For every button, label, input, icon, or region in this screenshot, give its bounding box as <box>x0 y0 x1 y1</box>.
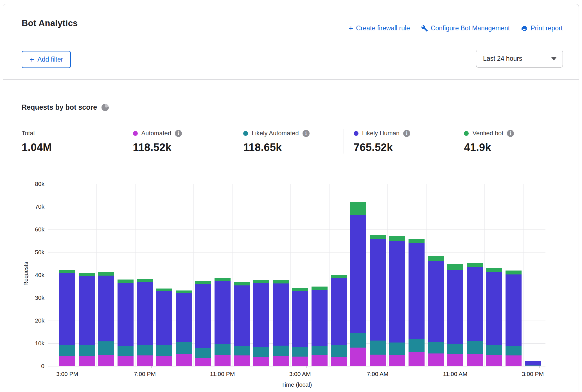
bar-10-1-00-am[interactable] <box>253 280 269 366</box>
bar-11-2-00-am[interactable] <box>273 280 289 366</box>
bar-20-11-00-am[interactable] <box>447 264 463 366</box>
segment-verified-bot <box>312 287 328 290</box>
segment-verified-bot <box>253 280 269 283</box>
segment-likely-human <box>137 282 153 345</box>
stats-row: Total 1.04M Automatedi118.52kLikely Auto… <box>22 129 564 154</box>
bar-3-6-00-pm[interactable] <box>118 280 134 366</box>
bar-9-12-00-am[interactable] <box>234 282 250 366</box>
stat-likely-automated: Likely Automatedi118.65k <box>233 129 344 154</box>
bar-23-2-00-pm[interactable] <box>506 271 522 366</box>
segment-verified-bot <box>506 271 522 275</box>
segment-likely-automated <box>428 342 444 353</box>
bar-17-8-00-am[interactable] <box>389 236 405 366</box>
info-icon[interactable]: i <box>403 130 410 137</box>
segment-verified-bot <box>292 288 308 291</box>
segment-automated <box>137 355 153 366</box>
segment-likely-automated <box>447 344 463 354</box>
segment-likely-automated <box>506 346 522 355</box>
segment-likely-human <box>118 283 134 346</box>
segment-likely-automated <box>486 345 502 355</box>
bar-18-9-00-am[interactable] <box>409 239 425 366</box>
bar-15-6-00-am[interactable] <box>350 202 366 366</box>
bar-14-5-00-am[interactable] <box>331 275 347 366</box>
segment-automated <box>234 355 250 366</box>
bar-0-3-00-pm[interactable] <box>59 270 75 366</box>
segment-verified-bot <box>156 289 172 292</box>
segment-likely-human <box>506 274 522 346</box>
info-icon[interactable]: i <box>507 130 514 137</box>
segment-likely-automated <box>79 345 95 356</box>
stat-total: Total 1.04M <box>22 129 123 154</box>
segment-automated <box>79 356 95 366</box>
segment-likely-human <box>467 267 483 341</box>
segment-likely-automated <box>234 346 250 356</box>
segment-likely-automated <box>176 342 192 354</box>
segment-likely-human <box>215 281 231 344</box>
segment-verified-bot <box>525 361 541 361</box>
segment-automated <box>350 348 366 366</box>
bar-21-12-00-pm[interactable] <box>467 263 483 366</box>
bar-5-8-00-pm[interactable] <box>156 289 172 366</box>
stat-automated-value: 118.52k <box>133 141 228 154</box>
segment-likely-human <box>273 283 289 346</box>
segment-likely-automated <box>409 339 425 352</box>
info-icon[interactable]: i <box>303 130 310 137</box>
segment-verified-bot <box>79 273 95 276</box>
segment-likely-automated <box>331 345 347 357</box>
bar-19-10-00-am[interactable] <box>428 256 444 366</box>
segment-likely-human <box>350 215 366 333</box>
segment-likely-human <box>447 270 463 344</box>
segment-automated <box>525 366 541 366</box>
time-range-select[interactable]: Last 24 hours <box>476 50 563 67</box>
segment-verified-bot <box>273 280 289 283</box>
create-firewall-rule-label: Create firewall rule <box>356 24 410 32</box>
bar-13-4-00-am[interactable] <box>312 287 328 366</box>
printer-icon <box>521 25 528 32</box>
segment-automated <box>118 356 134 366</box>
segment-automated <box>195 358 211 366</box>
stat-total-value: 1.04M <box>22 141 117 154</box>
info-icon[interactable]: i <box>175 130 182 137</box>
print-report-link[interactable]: Print report <box>521 24 563 32</box>
configure-bot-management-label: Configure Bot Management <box>431 24 510 32</box>
print-report-label: Print report <box>531 24 563 32</box>
bar-22-1-00-pm[interactable] <box>486 268 502 366</box>
segment-verified-bot <box>350 202 366 215</box>
bar-12-3-00-am[interactable] <box>292 288 308 366</box>
stat-likely-human: Likely Humani765.52k <box>344 129 454 154</box>
segment-likely-human <box>156 291 172 345</box>
configure-bot-management-link[interactable]: Configure Bot Management <box>421 24 510 32</box>
bar-4-7-00-pm[interactable] <box>137 279 153 366</box>
segment-likely-automated <box>525 365 541 365</box>
segment-verified-bot <box>98 272 114 276</box>
segment-likely-human <box>79 276 95 345</box>
segment-automated <box>176 354 192 366</box>
add-filter-button[interactable]: + Add filter <box>22 51 71 68</box>
verified-bot-legend-dot-icon <box>464 131 469 136</box>
bar-24-3-00-pm[interactable] <box>525 361 541 366</box>
segment-automated <box>447 354 463 366</box>
bar-2-5-00-pm[interactable] <box>98 272 114 366</box>
bar-6-9-00-pm[interactable] <box>176 290 192 366</box>
segment-verified-bot <box>389 236 405 240</box>
stat-automated: Automatedi118.52k <box>123 129 233 154</box>
segment-likely-automated <box>292 347 308 357</box>
bar-7-10-00-pm[interactable] <box>195 281 211 366</box>
segment-verified-bot <box>447 264 463 270</box>
segment-likely-automated <box>350 333 366 348</box>
segment-likely-human <box>312 290 328 346</box>
segment-verified-bot <box>428 256 444 261</box>
segment-verified-bot <box>409 239 425 243</box>
segment-likely-human <box>253 283 269 347</box>
bar-8-11-00-pm[interactable] <box>215 278 231 366</box>
likely-human-legend-dot-icon <box>354 131 358 136</box>
segment-likely-human <box>331 278 347 345</box>
add-filter-label: Add filter <box>37 56 63 63</box>
create-firewall-rule-link[interactable]: + Create firewall rule <box>349 24 410 32</box>
bar-1-4-00-pm[interactable] <box>79 273 95 366</box>
segment-automated <box>59 356 75 366</box>
segment-automated <box>506 355 522 366</box>
bar-16-7-00-am[interactable] <box>370 235 386 366</box>
segment-likely-automated <box>195 348 211 358</box>
segment-likely-automated <box>370 341 386 354</box>
